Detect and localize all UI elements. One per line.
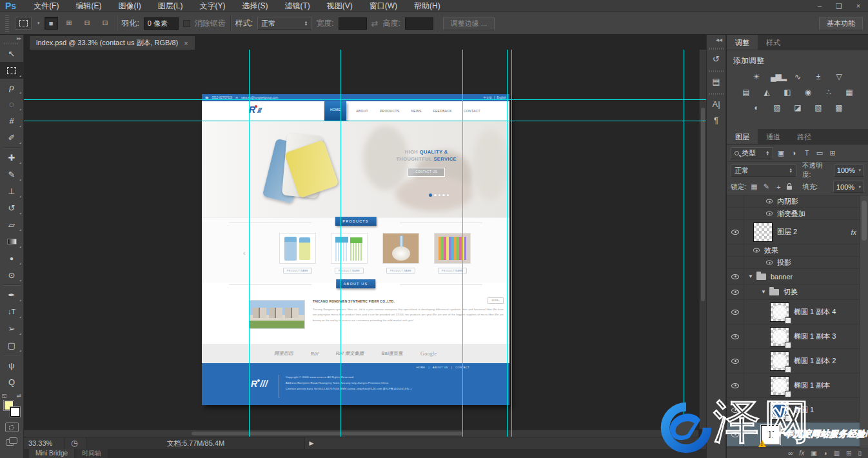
shape-layer-thumbnail[interactable] xyxy=(770,376,789,395)
vertical-type-tool[interactable]: ↓T xyxy=(0,303,24,320)
lock-transparency-icon[interactable]: ▦ xyxy=(750,183,758,191)
tool-preset-picker[interactable] xyxy=(15,17,32,30)
layer-effect-drop-shadow[interactable]: 投影 xyxy=(727,257,868,269)
pen-tool[interactable]: ✒ xyxy=(0,286,24,303)
filter-smart-objects-icon[interactable]: ⊞ xyxy=(827,149,838,157)
visibility-eye-icon[interactable] xyxy=(731,359,739,364)
new-adjustment-layer-icon[interactable]: ◑ xyxy=(824,450,827,457)
visibility-eye-icon[interactable] xyxy=(731,408,739,413)
visibility-eye-icon[interactable] xyxy=(731,290,739,295)
layer-thumbnail[interactable] xyxy=(753,223,773,242)
menu-window[interactable]: 窗口(W) xyxy=(361,0,406,12)
shape-layer-thumbnail[interactable] xyxy=(770,401,789,420)
layer-effect-inner-shadow[interactable]: 内阴影 xyxy=(727,195,868,208)
threshold-icon[interactable]: ◪ xyxy=(791,103,804,113)
zoom-tool[interactable]: Q xyxy=(0,373,24,390)
hue-saturation-icon[interactable]: ▤ xyxy=(740,88,752,97)
menu-help[interactable]: 帮助(H) xyxy=(406,0,449,12)
lock-position-icon[interactable]: + xyxy=(774,183,783,191)
layer-style-icon[interactable]: fx xyxy=(799,450,804,457)
group-expand-arrow[interactable]: ▼ xyxy=(761,289,766,295)
visibility-eye-icon[interactable] xyxy=(766,261,773,265)
layer-group-banner[interactable]: ▼ banner xyxy=(727,269,868,284)
layer-group-switch[interactable]: ▼ 切换 xyxy=(727,284,868,300)
levels-icon[interactable]: ▄▆▂ xyxy=(771,72,783,82)
zoom-level-input[interactable]: 33.33% xyxy=(24,437,65,449)
guide-vertical[interactable] xyxy=(340,50,341,437)
visibility-eye-icon[interactable] xyxy=(731,310,739,315)
new-layer-icon[interactable]: ⊞ xyxy=(846,450,851,457)
guide-vertical[interactable] xyxy=(507,50,508,437)
menu-view[interactable]: 视图(V) xyxy=(319,0,361,12)
quick-mask-button[interactable] xyxy=(5,423,19,432)
visibility-eye-icon[interactable] xyxy=(731,383,739,388)
rounded-rectangle-tool[interactable]: ▢ xyxy=(0,337,24,353)
canvas-horizontal-scrollbar[interactable] xyxy=(24,430,698,437)
hand-tool[interactable]: ψ xyxy=(0,357,24,373)
filter-type-layers-icon[interactable]: T xyxy=(802,149,812,157)
blend-mode-select[interactable]: 正常▲▼ xyxy=(731,164,796,177)
menu-file[interactable]: 文件(F) xyxy=(25,0,67,12)
visibility-eye-icon[interactable] xyxy=(731,334,739,339)
layer-filter-type-select[interactable]: 类型▲▼ xyxy=(731,147,773,159)
preset-dropdown-arrow[interactable]: ▾ xyxy=(37,21,40,26)
spot-healing-brush-tool[interactable]: ✚ xyxy=(0,149,24,166)
tab-timeline[interactable]: 时间轴 xyxy=(75,449,108,458)
curves-icon[interactable]: ∿ xyxy=(791,72,804,82)
link-layers-icon[interactable]: ∞ xyxy=(788,450,793,457)
height-input[interactable] xyxy=(405,17,433,30)
swap-colors-icon[interactable]: ⇄ xyxy=(17,393,21,399)
refine-edge-button[interactable]: 调整边缘 ... xyxy=(443,17,495,30)
close-button[interactable]: × xyxy=(849,0,868,12)
filter-pixel-layers-icon[interactable]: ▣ xyxy=(776,149,786,157)
color-lookup-icon[interactable]: ▦ xyxy=(843,88,855,97)
minimize-button[interactable]: – xyxy=(810,0,829,12)
layer-row-layer2[interactable]: 图层 2 fx xyxy=(727,220,868,244)
layer-effects-header[interactable]: 效果 xyxy=(727,244,868,257)
character-panel-button[interactable]: A| xyxy=(709,97,724,111)
layer-row-ellipse-copy2[interactable]: 椭圆 1 副本 2 xyxy=(727,349,868,373)
filter-adjustment-layers-icon[interactable]: ◑ xyxy=(789,149,799,157)
tab-mini-bridge[interactable]: Mini Bridge xyxy=(29,449,74,458)
add-layer-mask-icon[interactable]: ▣ xyxy=(811,450,816,457)
layer-row-contact-us-copy[interactable]: T contact us 副本 xyxy=(727,423,868,447)
layer-row-ellipse-copy3[interactable]: 椭圆 1 副本 3 xyxy=(727,324,868,349)
delete-layer-icon[interactable]: ▯ xyxy=(858,450,862,457)
expand-panels-button[interactable]: ◂◂ xyxy=(716,35,725,43)
new-group-icon[interactable]: ▥ xyxy=(834,450,840,457)
history-panel-button[interactable]: ↺ xyxy=(709,52,724,66)
antialias-checkbox[interactable] xyxy=(183,20,190,27)
selection-mode-subtract[interactable]: ⊟ xyxy=(81,17,94,30)
style-select[interactable]: 正常▲▼ xyxy=(257,17,311,30)
selection-mode-new[interactable]: ■ xyxy=(44,17,58,30)
path-selection-tool[interactable]: ➢ xyxy=(0,320,24,337)
menu-select[interactable]: 选择(S) xyxy=(233,0,276,12)
visibility-eye-icon[interactable] xyxy=(731,230,739,235)
quick-selection-tool[interactable]: ◌ xyxy=(0,95,24,112)
document-tab[interactable]: index.psd @ 33.3% (contact us 副本, RGB/8)… xyxy=(29,35,195,50)
canvas-vertical-scrollbar[interactable] xyxy=(699,50,706,429)
tab-styles[interactable]: 样式 xyxy=(758,35,789,50)
restore-button[interactable]: ❑ xyxy=(829,0,849,12)
tab-adjustments[interactable]: 调整 xyxy=(727,35,758,50)
feather-input[interactable]: 0 像素 xyxy=(144,17,179,30)
fill-input[interactable]: 100%▾ xyxy=(833,181,864,193)
crop-tool[interactable]: # xyxy=(0,112,24,129)
brightness-contrast-icon[interactable]: ☀ xyxy=(750,72,762,82)
move-tool[interactable]: ↖ xyxy=(0,45,24,62)
tab-close-icon[interactable]: × xyxy=(184,39,188,47)
width-input[interactable] xyxy=(339,17,367,30)
guide-vertical[interactable] xyxy=(249,50,250,437)
visibility-eye-icon[interactable] xyxy=(731,274,739,279)
shape-layer-thumbnail[interactable] xyxy=(770,352,789,371)
menu-image[interactable]: 图像(I) xyxy=(110,0,149,12)
type-layer-thumbnail[interactable]: T xyxy=(761,425,780,444)
menu-type[interactable]: 文字(Y) xyxy=(191,0,233,12)
screen-mode-button[interactable] xyxy=(6,437,18,446)
guide-vertical[interactable] xyxy=(462,50,463,437)
selection-mode-intersect[interactable]: ⊡ xyxy=(99,17,112,30)
lock-all-icon[interactable] xyxy=(787,186,792,190)
layers-scrollbar[interactable] xyxy=(860,195,868,448)
brush-tool[interactable]: ✎ xyxy=(0,166,24,183)
default-colors-icon[interactable]: ◱ xyxy=(2,393,7,399)
